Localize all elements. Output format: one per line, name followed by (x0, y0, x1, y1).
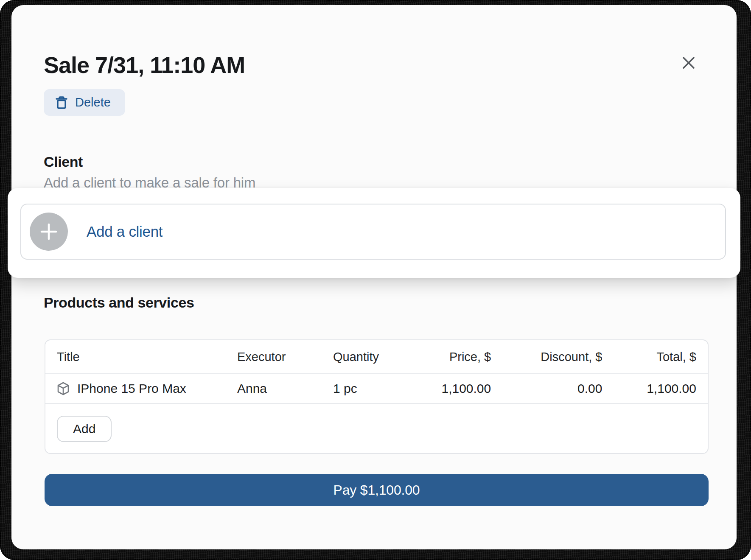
add-client-spotlight-panel: Add a client (8, 188, 740, 278)
row-price: 1,100.00 (406, 381, 491, 396)
products-table: Title Executor Quantity Price, $ Discoun… (45, 339, 709, 454)
column-header-price: Price, $ (406, 350, 491, 364)
column-header-quantity: Quantity (333, 350, 406, 364)
add-client-label: Add a client (87, 223, 163, 240)
table-row[interactable]: IPhone 15 Pro Max Anna 1 pc 1,100.00 0.0… (45, 374, 708, 404)
column-header-executor: Executor (237, 350, 333, 364)
row-title: IPhone 15 Pro Max (77, 381, 186, 396)
sale-modal: Sale 7/31, 11:10 AM Delete Client Add a … (11, 5, 737, 549)
row-total: 1,100.00 (602, 381, 696, 396)
package-cube-icon (57, 382, 70, 395)
client-section-heading: Client (44, 154, 83, 170)
pay-button[interactable]: Pay $1,100.00 (45, 474, 709, 506)
plus-icon (39, 222, 59, 241)
delete-button-label: Delete (75, 95, 111, 109)
row-discount: 0.00 (491, 381, 602, 396)
products-section-heading: Products and services (44, 294, 194, 311)
page-title: Sale 7/31, 11:10 AM (44, 52, 245, 78)
add-client-button[interactable]: Add a client (20, 204, 726, 260)
delete-button[interactable]: Delete (44, 89, 125, 116)
table-header-row: Title Executor Quantity Price, $ Discoun… (45, 340, 708, 374)
trash-icon (55, 95, 68, 110)
avatar-placeholder-circle (30, 213, 68, 251)
close-button[interactable] (677, 51, 701, 75)
table-footer: Add (45, 404, 708, 454)
column-header-total: Total, $ (602, 350, 696, 364)
close-icon (680, 54, 697, 71)
add-product-button[interactable]: Add (57, 416, 112, 442)
row-executor: Anna (237, 381, 333, 396)
column-header-title: Title (57, 350, 237, 364)
column-header-discount: Discount, $ (491, 350, 602, 364)
row-quantity: 1 pc (333, 381, 406, 396)
